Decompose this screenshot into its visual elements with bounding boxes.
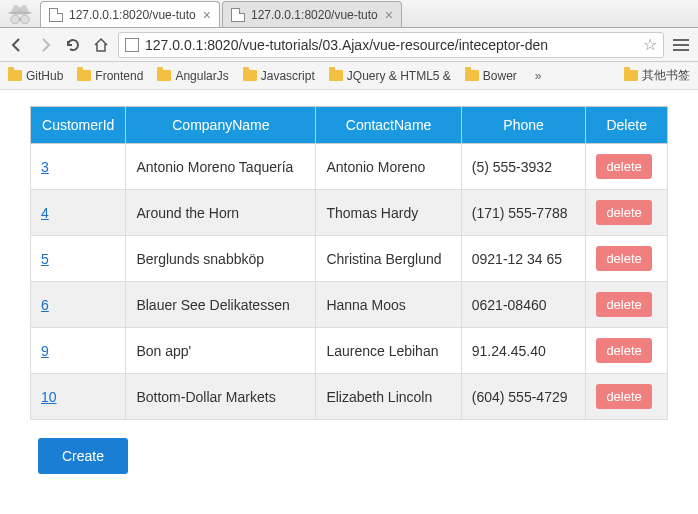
page-icon [49,8,63,22]
close-tab-icon[interactable]: × [385,7,393,23]
col-contactname: ContactName [316,107,461,144]
folder-icon [8,70,22,81]
tab-title: 127.0.0.1:8020/vue-tuto [251,8,381,22]
page-icon [231,8,245,22]
contact-cell: Christina Berglund [316,236,461,282]
company-cell: Berglunds snabbköp [126,236,316,282]
bookmark-javascript[interactable]: Javascript [243,69,315,83]
delete-button[interactable]: delete [596,384,651,409]
close-tab-icon[interactable]: × [203,7,211,23]
address-bar[interactable]: ☆ [118,32,664,58]
company-cell: Around the Horn [126,190,316,236]
bookmark-bower[interactable]: Bower [465,69,517,83]
bookmarks-bar: GitHub Frontend AngularJs Javascript JQu… [0,62,698,90]
contact-cell: Elizabeth Lincoln [316,374,461,420]
delete-button[interactable]: delete [596,200,651,225]
table-row: 9Bon app'Laurence Lebihan91.24.45.40dele… [31,328,668,374]
bookmark-star-icon[interactable]: ☆ [643,35,657,54]
toolbar: ☆ [0,28,698,62]
col-customerid: CustomerId [31,107,126,144]
delete-button[interactable]: delete [596,338,651,363]
tab-bar: 127.0.0.1:8020/vue-tuto × 127.0.0.1:8020… [0,0,698,28]
create-button[interactable]: Create [38,438,128,474]
folder-icon [624,70,638,81]
bookmark-jquery[interactable]: JQuery & HTML5 & [329,69,451,83]
contact-cell: Hanna Moos [316,282,461,328]
tab-title: 127.0.0.1:8020/vue-tuto [69,8,199,22]
delete-button[interactable]: delete [596,292,651,317]
browser-tab[interactable]: 127.0.0.1:8020/vue-tuto × [222,1,402,27]
table-row: 5Berglunds snabbköpChristina Berglund092… [31,236,668,282]
svg-point-2 [21,15,30,24]
phone-cell: (171) 555-7788 [461,190,586,236]
home-button[interactable] [90,34,112,56]
folder-icon [157,70,171,81]
browser-tab-active[interactable]: 127.0.0.1:8020/vue-tuto × [40,1,220,27]
bookmark-frontend[interactable]: Frontend [77,69,143,83]
svg-point-1 [11,15,20,24]
contact-cell: Laurence Lebihan [316,328,461,374]
forward-button[interactable] [34,34,56,56]
folder-icon [465,70,479,81]
phone-cell: 91.24.45.40 [461,328,586,374]
bookmarks-overflow[interactable]: » [535,69,542,83]
contact-cell: Thomas Hardy [316,190,461,236]
menu-button[interactable] [670,39,692,51]
table-row: 3Antonio Moreno TaqueríaAntonio Moreno(5… [31,144,668,190]
page-icon [125,38,139,52]
table-row: 10Bottom-Dollar MarketsElizabeth Lincoln… [31,374,668,420]
table-row: 6Blauer See DelikatessenHanna Moos0621-0… [31,282,668,328]
table-row: 4Around the HornThomas Hardy(171) 555-77… [31,190,668,236]
customer-id-link[interactable]: 9 [41,343,49,359]
folder-icon [243,70,257,81]
folder-icon [77,70,91,81]
contact-cell: Antonio Moreno [316,144,461,190]
phone-cell: (5) 555-3932 [461,144,586,190]
customer-id-link[interactable]: 6 [41,297,49,313]
customer-id-link[interactable]: 3 [41,159,49,175]
customer-id-link[interactable]: 10 [41,389,57,405]
col-companyname: CompanyName [126,107,316,144]
page-content: CustomerId CompanyName ContactName Phone… [0,90,698,514]
phone-cell: 0921-12 34 65 [461,236,586,282]
delete-button[interactable]: delete [596,246,651,271]
col-phone: Phone [461,107,586,144]
company-cell: Bottom-Dollar Markets [126,374,316,420]
company-cell: Blauer See Delikatessen [126,282,316,328]
bookmark-github[interactable]: GitHub [8,69,63,83]
bookmark-angularjs[interactable]: AngularJs [157,69,228,83]
customers-table: CustomerId CompanyName ContactName Phone… [30,106,668,420]
bookmark-other[interactable]: 其他书签 [624,67,690,84]
back-button[interactable] [6,34,28,56]
delete-button[interactable]: delete [596,154,651,179]
phone-cell: 0621-08460 [461,282,586,328]
col-delete: Delete [586,107,668,144]
customer-id-link[interactable]: 4 [41,205,49,221]
incognito-icon [4,0,36,28]
folder-icon [329,70,343,81]
url-input[interactable] [145,37,637,53]
company-cell: Antonio Moreno Taquería [126,144,316,190]
reload-button[interactable] [62,34,84,56]
svg-point-0 [8,11,32,14]
customer-id-link[interactable]: 5 [41,251,49,267]
company-cell: Bon app' [126,328,316,374]
phone-cell: (604) 555-4729 [461,374,586,420]
